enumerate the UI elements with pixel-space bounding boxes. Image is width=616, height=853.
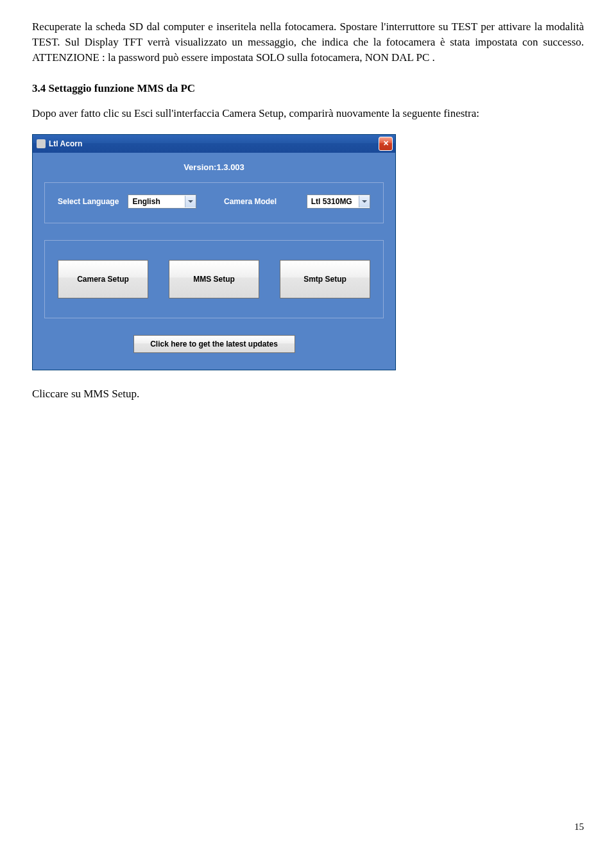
button-row: Camera Setup MMS Setup Smtp Setup (58, 260, 370, 298)
update-row: Click here to get the latest updates (44, 335, 384, 353)
section-title: 3.4 Settaggio funzione MMS da PC (32, 81, 584, 96)
chevron-down-icon (359, 196, 370, 207)
group-buttons: Camera Setup MMS Setup Smtp Setup (44, 240, 384, 318)
row-selects: Select Language English Camera Model Ltl… (58, 194, 370, 209)
mms-setup-button[interactable]: MMS Setup (169, 260, 259, 298)
label-select-language: Select Language (58, 196, 119, 207)
version-label: Version:1.3.003 (44, 158, 384, 182)
app-body: Version:1.3.003 Select Language English … (33, 153, 395, 370)
titlebar: Ltl Acorn ✕ (33, 135, 395, 153)
titlebar-left: Ltl Acorn (37, 139, 82, 150)
app-icon (37, 139, 46, 148)
close-button[interactable]: ✕ (379, 137, 393, 151)
smtp-setup-button[interactable]: Smtp Setup (280, 260, 370, 298)
paragraph-intro: Recuperate la scheda SD dal computer e i… (32, 19, 584, 65)
close-icon: ✕ (383, 139, 389, 148)
window-title: Ltl Acorn (49, 139, 82, 150)
chevron-down-icon (185, 196, 196, 207)
app-window: Ltl Acorn ✕ Version:1.3.003 Select Langu… (32, 134, 396, 370)
group-selects: Select Language English Camera Model Ltl… (44, 182, 384, 223)
paragraph-before-image: Dopo aver fatto clic su Esci sull'interf… (32, 106, 584, 121)
dropdown-camera-model[interactable]: Ltl 5310MG (307, 194, 370, 209)
paragraph-after-image: Cliccare su MMS Setup. (32, 386, 584, 402)
dropdown-camera-model-value: Ltl 5310MG (311, 196, 352, 207)
update-button[interactable]: Click here to get the latest updates (133, 335, 295, 353)
dropdown-language-value: English (132, 196, 160, 207)
dropdown-language[interactable]: English (128, 194, 196, 209)
camera-setup-button[interactable]: Camera Setup (58, 260, 148, 298)
label-camera-model: Camera Model (224, 196, 277, 207)
